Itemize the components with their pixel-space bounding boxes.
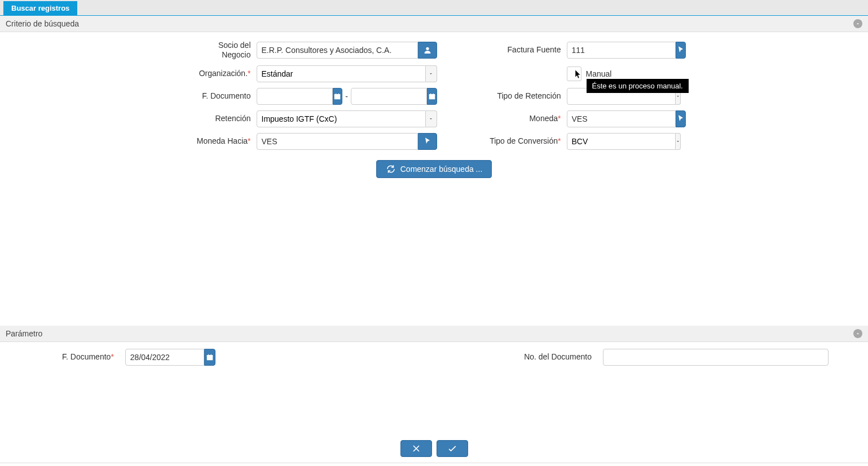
socio-lookup-button[interactable] [418, 42, 437, 59]
svg-rect-2 [429, 94, 435, 99]
action-bar [0, 429, 868, 463]
retencion-select[interactable] [257, 110, 426, 127]
svg-rect-1 [334, 94, 341, 99]
pointer-icon [676, 114, 685, 123]
f-documento-to-input[interactable] [351, 88, 427, 105]
confirm-button[interactable] [437, 440, 468, 457]
parametro-form: F. Documento* No. del Documento [0, 342, 868, 372]
label-retencion: Retención [189, 114, 257, 123]
pointer-icon [423, 137, 432, 146]
label-tipo-retencion: Tipo de Retención [437, 91, 567, 101]
label-moneda-hacia: Moneda Hacia* [189, 136, 257, 146]
date-separator: - [343, 88, 350, 105]
status-bar: 0 Filas encontradas- entre criterios de … [0, 463, 868, 466]
tipo-conversion-select[interactable] [567, 133, 676, 150]
factura-lookup-button[interactable] [676, 42, 686, 59]
socio-input[interactable] [257, 42, 418, 59]
calendar-icon [428, 92, 436, 100]
f-documento-from-calendar-button[interactable] [333, 88, 343, 105]
comenzar-busqueda-button[interactable]: Comenzar búsqueda ... [376, 160, 492, 178]
chevron-down-icon [676, 139, 680, 144]
moneda-input[interactable] [567, 110, 676, 127]
search-button-label: Comenzar búsqueda ... [400, 165, 483, 174]
cancel-button[interactable] [400, 440, 432, 457]
chevron-down-icon [429, 117, 433, 121]
criteria-form: Socio del Negocio Factura Fuente Organiz… [0, 32, 868, 156]
param-no-documento-input[interactable] [603, 349, 829, 366]
moneda-lookup-button[interactable] [676, 110, 686, 127]
pointer-icon [676, 46, 685, 55]
chevron-down-icon [429, 72, 433, 76]
tab-bar: Buscar registros [0, 0, 868, 16]
retencion-dropdown-button[interactable] [426, 110, 437, 127]
label-tipo-conversion: Tipo de Conversión* [437, 136, 567, 146]
tipo-conversion-dropdown-button[interactable] [676, 133, 681, 150]
manual-tooltip: Éste es un proceso manual. [587, 79, 689, 93]
label-organizacion: Organización.* [189, 69, 257, 78]
moneda-hacia-lookup-button[interactable] [418, 133, 437, 150]
label-factura: Factura Fuente [437, 45, 567, 55]
label-moneda: Moneda* [437, 114, 567, 123]
collapse-parametro-icon[interactable] [853, 329, 862, 338]
label-f-documento: F. Documento [189, 91, 257, 101]
param-f-documento-input[interactable] [125, 349, 204, 366]
tab-buscar-registros[interactable]: Buscar registros [3, 1, 77, 15]
factura-input[interactable] [567, 42, 676, 59]
manual-checkbox[interactable] [567, 66, 581, 81]
f-documento-from-input[interactable] [257, 88, 333, 105]
organizacion-dropdown-button[interactable] [426, 65, 437, 82]
close-icon [411, 443, 422, 454]
svg-point-0 [426, 47, 429, 50]
refresh-icon [386, 164, 396, 174]
user-icon [423, 46, 432, 55]
label-param-no-documento: No. del Documento [524, 352, 597, 362]
criteria-header-label: Criterio de búsqueda [6, 19, 79, 28]
manual-label: Manual [586, 69, 612, 78]
chevron-down-icon [676, 94, 680, 99]
parametro-header-label: Parámetro [6, 329, 42, 338]
calendar-icon [206, 353, 214, 361]
f-documento-to-calendar-button[interactable] [427, 88, 437, 105]
collapse-criteria-icon[interactable] [853, 19, 862, 28]
label-param-f-documento: F. Documento* [62, 352, 120, 362]
criteria-header: Criterio de búsqueda [0, 16, 868, 32]
moneda-hacia-input[interactable] [257, 133, 418, 150]
calendar-icon [333, 92, 341, 100]
svg-rect-3 [207, 355, 213, 360]
parametro-header: Parámetro [0, 326, 868, 342]
label-socio: Socio del Negocio [189, 41, 257, 60]
param-f-documento-calendar-button[interactable] [204, 349, 215, 366]
check-icon [447, 443, 458, 454]
organizacion-select[interactable] [257, 65, 426, 82]
